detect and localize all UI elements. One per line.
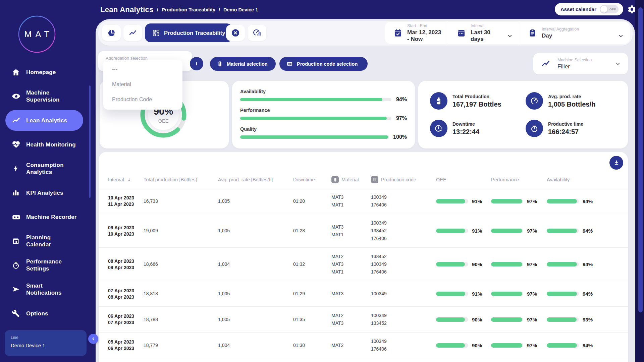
- machine-selection-select[interactable]: Machine Selection Filler: [533, 53, 628, 74]
- calendar-check-icon: [393, 28, 402, 38]
- cell-interval: 05 Apr 202306 Apr 2023: [108, 339, 144, 352]
- asset-calendar-pill: Asset calendar OFF: [555, 3, 623, 15]
- cell-oee: 90%: [436, 260, 491, 268]
- col-downtime[interactable]: Downtime: [293, 177, 331, 182]
- production-code-selection-label: Production code selection: [297, 61, 358, 67]
- cell-availability: 94%: [547, 290, 619, 298]
- cell-performance: 97%: [491, 227, 547, 235]
- cell-availability: 93%: [547, 316, 619, 323]
- breadcrumb-item[interactable]: Production Traceability: [162, 7, 215, 12]
- toggle-knob: [600, 6, 607, 13]
- breadcrumb-item[interactable]: Demo Device 1: [223, 7, 258, 12]
- sidebar-item-smart-notifications[interactable]: Smart Notifications: [0, 277, 95, 301]
- availability-minibar: [547, 317, 579, 322]
- stat-label: Total Production: [452, 94, 501, 99]
- kpi-value: 97%: [396, 115, 407, 121]
- interval-label: Interval: [471, 23, 513, 28]
- sidebar-item-options[interactable]: Options: [0, 301, 95, 325]
- kpi-label: Quality: [240, 126, 407, 132]
- pie-chart-view-button[interactable]: [102, 25, 121, 41]
- asset-calendar-toggle[interactable]: OFF: [600, 5, 619, 13]
- col-interval[interactable]: Interval: [108, 177, 144, 182]
- cell-interval: 10 Apr 202311 Apr 2023: [108, 195, 144, 207]
- asset-calendar-label: Asset calendar: [560, 6, 596, 12]
- line-chart-view-button[interactable]: [123, 25, 142, 41]
- col-oee[interactable]: OEE: [436, 177, 491, 182]
- dropdown-option[interactable]: ---: [103, 62, 182, 77]
- sidebar-scrollbar[interactable]: [89, 85, 91, 198]
- sidebar-item-machine-supervision[interactable]: Machine Supervision: [0, 84, 95, 108]
- table-row[interactable]: 08 Apr 202309 Apr 2023 18,666 1,004 01:3…: [99, 248, 628, 281]
- chevron-down-icon: [507, 33, 513, 39]
- cell-materials: MAT2MAT3: [331, 312, 371, 327]
- device-card[interactable]: Line Demo Device 1: [5, 330, 87, 356]
- aggregation-label: Interval Aggregation: [542, 27, 624, 32]
- trend-icon: [12, 116, 21, 125]
- cell-total-production: 19,009: [144, 227, 218, 235]
- col-material[interactable]: Material: [331, 176, 371, 183]
- cell-codes: 100349176406: [371, 193, 436, 209]
- clock-alert-icon: [430, 120, 447, 137]
- col-availability[interactable]: Availability: [547, 177, 619, 182]
- table-row[interactable]: 09 Apr 202310 Apr 2023 19,009 1,005 01:2…: [99, 214, 628, 248]
- gauge-report-button[interactable]: [248, 25, 266, 41]
- dropdown-option[interactable]: Production Code: [103, 92, 182, 107]
- cell-total-production: 18,818: [144, 290, 218, 298]
- dropdown-option[interactable]: Material: [103, 77, 182, 92]
- table-row[interactable]: 05 Apr 202306 Apr 2023 18,779 1,004 01:3…: [99, 333, 628, 358]
- sidebar-item-performance-settings[interactable]: Performance Settings: [0, 253, 95, 277]
- sidebar-collapse-button[interactable]: [88, 334, 98, 344]
- production-code-selection-button[interactable]: Production code selection: [279, 57, 368, 71]
- download-button[interactable]: [609, 156, 623, 170]
- page-scrollbar-thumb[interactable]: [638, 7, 643, 312]
- sidebar-item-homepage[interactable]: Homepage: [0, 60, 95, 84]
- sidebar-item-planning-calendar[interactable]: Planning Calendar: [0, 229, 95, 253]
- sidebar-item-health-monitoring[interactable]: Health Monitoring: [0, 132, 95, 157]
- interval-select[interactable]: Interval Last 30 days: [448, 22, 519, 44]
- cell-downtime: 01:30: [293, 342, 331, 349]
- material-selection-button[interactable]: Material selection: [210, 57, 276, 71]
- sidebar-item-machine-recorder[interactable]: Machine Recorder: [0, 205, 95, 229]
- cell-downtime: 01:29: [293, 290, 331, 298]
- device-card-value: Demo Device 1: [11, 343, 80, 348]
- col-total-production[interactable]: Total production [Bottles]: [144, 177, 218, 182]
- table-body: 10 Apr 202311 Apr 2023 16,733 1,005 01:2…: [99, 188, 628, 358]
- cell-codes: 100349: [371, 290, 436, 298]
- trend-icon: [541, 59, 550, 68]
- sidebar: MAT Homepage Machine Supervision Lean An…: [0, 0, 95, 362]
- send-icon: [12, 285, 21, 294]
- page-scrollbar-track[interactable]: [635, 0, 644, 362]
- table-row[interactable]: 07 Apr 202308 Apr 2023 18,818 1,005 01:2…: [99, 281, 628, 307]
- clear-view-button[interactable]: [226, 25, 245, 41]
- cell-performance: 97%: [491, 260, 547, 268]
- cell-avg-prod-rate: 1,005: [218, 197, 293, 205]
- cell-avg-prod-rate: 1,004: [218, 260, 293, 268]
- col-avg-prod-rate[interactable]: Avg. prod. rate [Bottles/h]: [218, 177, 293, 182]
- cell-total-production: 18,788: [144, 316, 218, 323]
- cell-availability: 94%: [547, 197, 619, 205]
- sidebar-item-kpi-analytics[interactable]: KPI Analytics: [0, 181, 95, 205]
- sidebar-item-label: Consumption Analytics: [26, 162, 64, 176]
- cell-availability: 94%: [547, 342, 619, 349]
- aggregation-dropdown-menu: --- Material Production Code: [103, 60, 182, 110]
- performance-minibar: [491, 229, 523, 233]
- col-production-code[interactable]: Production code: [371, 176, 436, 183]
- col-performance[interactable]: Performance: [491, 177, 547, 182]
- cell-total-production: 18,779: [144, 342, 218, 349]
- table-row[interactable]: 10 Apr 202311 Apr 2023 16,733 1,005 01:2…: [99, 188, 628, 214]
- breadcrumb-separator: /: [219, 7, 220, 12]
- cell-avg-prod-rate: 1,005: [218, 227, 293, 235]
- sidebar-item-consumption-analytics[interactable]: Consumption Analytics: [0, 157, 95, 181]
- date-range-control[interactable]: Start - End Mar 12, 2023 - Now: [385, 22, 448, 44]
- bottle-icon: [430, 92, 447, 110]
- kpi-quality: Quality 100%: [240, 126, 407, 140]
- production-traceability-button[interactable]: Production Traceability: [145, 23, 232, 42]
- interval-aggregation-select[interactable]: Interval Aggregation Day: [519, 22, 630, 44]
- stat-label: Avg. prod. rate: [548, 94, 595, 99]
- stopwatch-icon: [526, 120, 543, 137]
- table-row[interactable]: 06 Apr 202307 Apr 2023 18,788 1,005 01:3…: [99, 307, 628, 333]
- logo-text: MAT: [18, 15, 56, 53]
- sidebar-item-lean-analytics[interactable]: Lean Analytics: [0, 108, 95, 132]
- info-button[interactable]: [190, 57, 203, 70]
- sidebar-item-label: Health Monitoring: [26, 141, 76, 148]
